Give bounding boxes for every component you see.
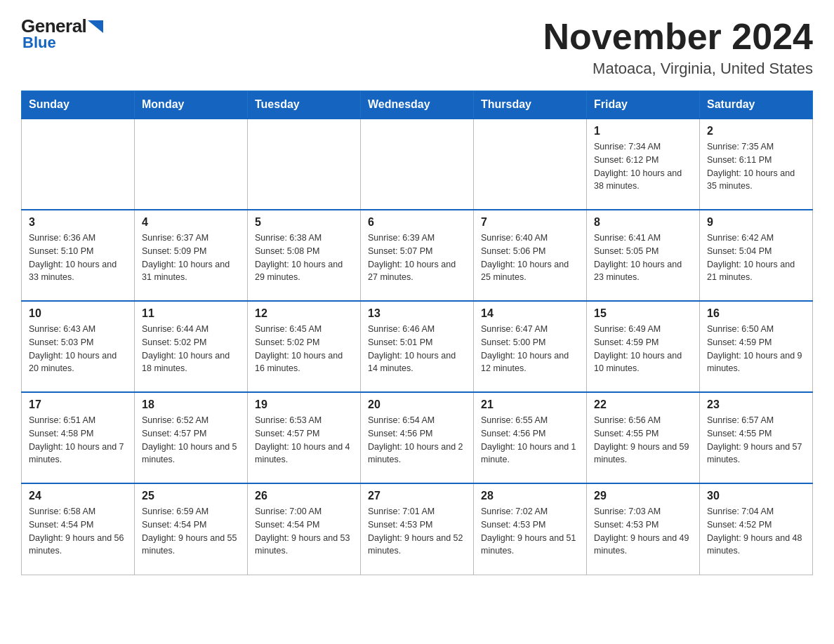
day-info: Sunrise: 6:39 AM Sunset: 5:07 PM Dayligh…	[368, 232, 466, 284]
day-number: 28	[481, 490, 579, 502]
day-number: 29	[594, 490, 692, 502]
weekday-header-row: SundayMondayTuesdayWednesdayThursdayFrid…	[22, 91, 813, 119]
calendar-cell	[135, 119, 248, 210]
calendar-cell: 18Sunrise: 6:52 AM Sunset: 4:57 PM Dayli…	[135, 392, 248, 483]
day-info: Sunrise: 7:34 AM Sunset: 6:12 PM Dayligh…	[594, 140, 692, 193]
day-number: 17	[29, 398, 127, 411]
week-row-1: 1Sunrise: 7:34 AM Sunset: 6:12 PM Daylig…	[22, 119, 813, 210]
weekday-header-thursday: Thursday	[474, 91, 587, 119]
day-info: Sunrise: 6:56 AM Sunset: 4:55 PM Dayligh…	[594, 414, 692, 467]
calendar-cell: 28Sunrise: 7:02 AM Sunset: 4:53 PM Dayli…	[474, 483, 587, 575]
day-number: 21	[481, 398, 579, 411]
day-info: Sunrise: 6:59 AM Sunset: 4:54 PM Dayligh…	[142, 505, 240, 558]
day-number: 16	[707, 307, 805, 320]
calendar-cell: 10Sunrise: 6:43 AM Sunset: 5:03 PM Dayli…	[22, 301, 135, 392]
week-row-3: 10Sunrise: 6:43 AM Sunset: 5:03 PM Dayli…	[22, 301, 813, 392]
day-number: 14	[481, 307, 579, 320]
day-number: 3	[29, 216, 127, 229]
calendar-table: SundayMondayTuesdayWednesdayThursdayFrid…	[21, 90, 813, 575]
calendar-cell	[361, 119, 474, 210]
calendar-cell: 24Sunrise: 6:58 AM Sunset: 4:54 PM Dayli…	[22, 483, 135, 575]
day-number: 9	[707, 216, 805, 229]
day-info: Sunrise: 6:47 AM Sunset: 5:00 PM Dayligh…	[481, 323, 579, 375]
day-info: Sunrise: 6:43 AM Sunset: 5:03 PM Dayligh…	[29, 323, 127, 375]
calendar-cell	[22, 119, 135, 210]
day-info: Sunrise: 7:01 AM Sunset: 4:53 PM Dayligh…	[368, 505, 466, 558]
day-info: Sunrise: 6:52 AM Sunset: 4:57 PM Dayligh…	[142, 414, 240, 467]
calendar-cell: 27Sunrise: 7:01 AM Sunset: 4:53 PM Dayli…	[361, 483, 474, 575]
day-number: 18	[142, 398, 240, 411]
day-info: Sunrise: 6:45 AM Sunset: 5:02 PM Dayligh…	[255, 323, 353, 375]
day-info: Sunrise: 6:46 AM Sunset: 5:01 PM Dayligh…	[368, 323, 466, 375]
weekday-header-saturday: Saturday	[700, 91, 813, 119]
calendar-cell: 17Sunrise: 6:51 AM Sunset: 4:58 PM Dayli…	[22, 392, 135, 483]
calendar-cell	[474, 119, 587, 210]
calendar-cell: 13Sunrise: 6:46 AM Sunset: 5:01 PM Dayli…	[361, 301, 474, 392]
day-number: 1	[594, 125, 692, 137]
title-block: November 2024 Matoaca, Virginia, United …	[543, 17, 813, 78]
day-number: 2	[707, 125, 805, 137]
day-number: 8	[594, 216, 692, 229]
logo-text-top: General	[21, 17, 103, 35]
day-number: 5	[255, 216, 353, 229]
weekday-header-friday: Friday	[587, 91, 700, 119]
calendar-cell: 8Sunrise: 6:41 AM Sunset: 5:05 PM Daylig…	[587, 210, 700, 301]
calendar-cell: 21Sunrise: 6:55 AM Sunset: 4:56 PM Dayli…	[474, 392, 587, 483]
day-info: Sunrise: 6:54 AM Sunset: 4:56 PM Dayligh…	[368, 414, 466, 467]
day-number: 10	[29, 307, 127, 320]
calendar-cell: 5Sunrise: 6:38 AM Sunset: 5:08 PM Daylig…	[248, 210, 361, 301]
calendar-cell: 22Sunrise: 6:56 AM Sunset: 4:55 PM Dayli…	[587, 392, 700, 483]
day-number: 12	[255, 307, 353, 320]
day-number: 23	[707, 398, 805, 411]
day-info: Sunrise: 6:58 AM Sunset: 4:54 PM Dayligh…	[29, 505, 127, 558]
day-number: 15	[594, 307, 692, 320]
day-number: 22	[594, 398, 692, 411]
calendar-cell: 15Sunrise: 6:49 AM Sunset: 4:59 PM Dayli…	[587, 301, 700, 392]
logo: General Blue	[21, 17, 103, 51]
week-row-4: 17Sunrise: 6:51 AM Sunset: 4:58 PM Dayli…	[22, 392, 813, 483]
day-number: 26	[255, 490, 353, 502]
day-info: Sunrise: 7:02 AM Sunset: 4:53 PM Dayligh…	[481, 505, 579, 558]
calendar-cell: 7Sunrise: 6:40 AM Sunset: 5:06 PM Daylig…	[474, 210, 587, 301]
calendar-cell: 9Sunrise: 6:42 AM Sunset: 5:04 PM Daylig…	[700, 210, 813, 301]
calendar-cell: 26Sunrise: 7:00 AM Sunset: 4:54 PM Dayli…	[248, 483, 361, 575]
calendar-cell: 23Sunrise: 6:57 AM Sunset: 4:55 PM Dayli…	[700, 392, 813, 483]
day-info: Sunrise: 7:35 AM Sunset: 6:11 PM Dayligh…	[707, 140, 805, 193]
day-number: 11	[142, 307, 240, 320]
day-info: Sunrise: 6:36 AM Sunset: 5:10 PM Dayligh…	[29, 232, 127, 284]
day-number: 13	[368, 307, 466, 320]
day-number: 30	[707, 490, 805, 502]
day-info: Sunrise: 7:04 AM Sunset: 4:52 PM Dayligh…	[707, 505, 805, 558]
weekday-header-wednesday: Wednesday	[361, 91, 474, 119]
calendar-cell: 6Sunrise: 6:39 AM Sunset: 5:07 PM Daylig…	[361, 210, 474, 301]
day-info: Sunrise: 6:50 AM Sunset: 4:59 PM Dayligh…	[707, 323, 805, 375]
week-row-2: 3Sunrise: 6:36 AM Sunset: 5:10 PM Daylig…	[22, 210, 813, 301]
day-info: Sunrise: 6:57 AM Sunset: 4:55 PM Dayligh…	[707, 414, 805, 467]
calendar-cell: 1Sunrise: 7:34 AM Sunset: 6:12 PM Daylig…	[587, 119, 700, 210]
month-title: November 2024	[543, 17, 813, 57]
day-info: Sunrise: 6:53 AM Sunset: 4:57 PM Dayligh…	[255, 414, 353, 467]
day-number: 25	[142, 490, 240, 502]
day-number: 20	[368, 398, 466, 411]
day-number: 19	[255, 398, 353, 411]
day-info: Sunrise: 6:40 AM Sunset: 5:06 PM Dayligh…	[481, 232, 579, 284]
calendar-cell: 2Sunrise: 7:35 AM Sunset: 6:11 PM Daylig…	[700, 119, 813, 210]
weekday-header-monday: Monday	[135, 91, 248, 119]
calendar-cell	[248, 119, 361, 210]
day-info: Sunrise: 6:51 AM Sunset: 4:58 PM Dayligh…	[29, 414, 127, 467]
calendar-cell: 4Sunrise: 6:37 AM Sunset: 5:09 PM Daylig…	[135, 210, 248, 301]
calendar-cell: 25Sunrise: 6:59 AM Sunset: 4:54 PM Dayli…	[135, 483, 248, 575]
calendar-cell: 19Sunrise: 6:53 AM Sunset: 4:57 PM Dayli…	[248, 392, 361, 483]
calendar-cell: 16Sunrise: 6:50 AM Sunset: 4:59 PM Dayli…	[700, 301, 813, 392]
calendar-cell: 30Sunrise: 7:04 AM Sunset: 4:52 PM Dayli…	[700, 483, 813, 575]
page-header: General Blue November 2024 Matoaca, Virg…	[21, 17, 813, 78]
day-info: Sunrise: 6:49 AM Sunset: 4:59 PM Dayligh…	[594, 323, 692, 375]
day-number: 27	[368, 490, 466, 502]
week-row-5: 24Sunrise: 6:58 AM Sunset: 4:54 PM Dayli…	[22, 483, 813, 575]
svg-marker-0	[88, 20, 103, 33]
calendar-cell: 12Sunrise: 6:45 AM Sunset: 5:02 PM Dayli…	[248, 301, 361, 392]
calendar-cell: 11Sunrise: 6:44 AM Sunset: 5:02 PM Dayli…	[135, 301, 248, 392]
day-info: Sunrise: 6:42 AM Sunset: 5:04 PM Dayligh…	[707, 232, 805, 284]
day-info: Sunrise: 6:55 AM Sunset: 4:56 PM Dayligh…	[481, 414, 579, 467]
calendar-cell: 20Sunrise: 6:54 AM Sunset: 4:56 PM Dayli…	[361, 392, 474, 483]
